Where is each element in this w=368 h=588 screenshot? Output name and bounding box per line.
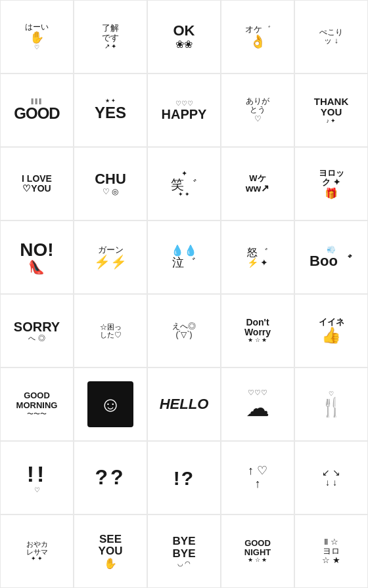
sticker-happy[interactable]: ♡♡♡ HAPPY	[147, 74, 221, 147]
sticker-question[interactable]: ??	[74, 441, 147, 514]
sticker-yoroshiku2[interactable]: Ⅱ ☆ ヨロ ☆ ★	[294, 514, 368, 588]
sticker-ok[interactable]: OK ❀❀	[147, 0, 221, 74]
sticker-arrow-down[interactable]: ↙ ↘ ↓ ↓	[294, 441, 368, 514]
sticker-forkspoon[interactable]: ♡ 🍴	[294, 368, 368, 441]
sticker-komatta[interactable]: ☆困っ した♡	[74, 294, 147, 368]
sticker-chu[interactable]: CHU ♡ ◎	[74, 147, 147, 220]
sticker-hai[interactable]: はーい ✋ ♡	[0, 0, 74, 74]
sticker-exclaim[interactable]: !! ♡	[0, 441, 74, 514]
sticker-arrow-up[interactable]: ↑ ♡ ↑	[221, 441, 294, 514]
sticker-goodnight[interactable]: GOOD NIGHT ★ ☆ ★	[221, 514, 294, 588]
sticker-naki[interactable]: 💧💧 泣゛	[147, 220, 221, 294]
sticker-smile-black[interactable]: ☺	[74, 368, 147, 441]
sticker-yoroshiku[interactable]: ヨロッ ク ✦ 🎁	[294, 147, 368, 220]
sticker-goodmorning[interactable]: GOOD MORNING 〜〜〜	[0, 368, 74, 441]
sticker-dontworry[interactable]: Don't Worry ★ ☆ ★	[221, 294, 294, 368]
sticker-good[interactable]: ‖‖‖ GOOD	[0, 74, 74, 147]
sticker-oke[interactable]: オケ゛ 👌	[221, 0, 294, 74]
sticker-ryoukai[interactable]: 了解 です ↗ ✦	[74, 0, 147, 74]
sticker-mixed-punct[interactable]: !?	[147, 441, 221, 514]
sticker-boo[interactable]: 💨 Boo゛	[294, 220, 368, 294]
sticker-iine[interactable]: イイネ 👍	[294, 294, 368, 368]
sticker-no[interactable]: NO! 👠	[0, 220, 74, 294]
sticker-byebye[interactable]: BYE BYE ◡ ◠	[147, 514, 221, 588]
sticker-arigatou[interactable]: ありが とう ♡	[221, 74, 294, 147]
sticker-nikoniko[interactable]: えへ◎ (´▽`)	[147, 294, 221, 368]
sticker-grid: はーい ✋ ♡ 了解 です ↗ ✦ OK ❀❀ オケ゛ 👌 ぺこり ッ ↓ ‖‖…	[0, 0, 368, 588]
sticker-oyasama[interactable]: おやカ レサマ ✦ ✦	[0, 514, 74, 588]
sticker-ww[interactable]: Wケ ww↗	[221, 147, 294, 220]
sticker-okori[interactable]: 怒゛ ⚡ ✦	[221, 220, 294, 294]
sticker-yes[interactable]: ★ ✦ YES	[74, 74, 147, 147]
sticker-gaan[interactable]: ガーン ⚡⚡	[74, 220, 147, 294]
sticker-pekori[interactable]: ぺこり ッ ↓	[294, 0, 368, 74]
sticker-sorry[interactable]: SORRY へ ◎	[0, 294, 74, 368]
sticker-hello[interactable]: HELLO	[147, 368, 221, 441]
sticker-iloveyou[interactable]: I LOVE ♡YOU	[0, 147, 74, 220]
sticker-cloud[interactable]: ♡♡♡ ☁	[221, 368, 294, 441]
sticker-seeyou[interactable]: SEE YOU ✋	[74, 514, 147, 588]
sticker-thankyou[interactable]: THANK YOU ♪ ✦	[294, 74, 368, 147]
sticker-warai[interactable]: ✦ 笑゛ ✦ ✦	[147, 147, 221, 220]
